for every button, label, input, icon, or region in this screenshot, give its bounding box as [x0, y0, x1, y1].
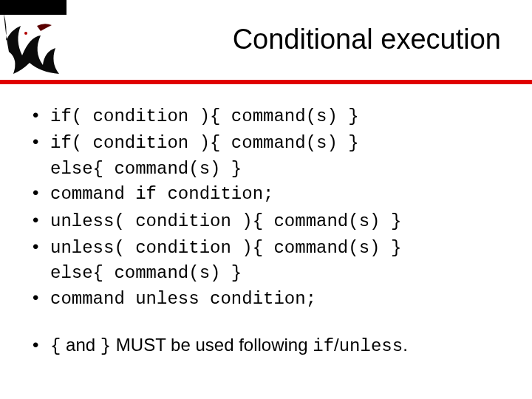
brace-close: }: [100, 336, 111, 356]
code-text: if( condition ){ command(s) }: [50, 106, 359, 126]
bullet-item: if( condition ){ command(s) }: [31, 130, 501, 155]
code-text: if( condition ){ command(s) }: [50, 133, 359, 153]
code-text: unless( condition ){ command(s) }: [50, 238, 401, 258]
slide: Conditional execution if( condition ){ c…: [0, 0, 532, 399]
svg-rect-0: [0, 0, 66, 15]
bullet-item-footnote: { and } MUST be used following if/unless…: [31, 333, 501, 358]
divider-bar: [0, 80, 532, 84]
bullet-list: command if condition; unless( condition …: [31, 181, 501, 260]
bullet-item: command if condition;: [31, 181, 501, 206]
bullet-list: if( condition ){ command(s) } if( condit…: [31, 103, 501, 156]
if-keyword: if: [313, 336, 334, 356]
slide-title: Conditional execution: [233, 24, 501, 55]
footnote-text: MUST be used following: [111, 335, 313, 355]
bullet-list: command unless condition;: [31, 286, 501, 311]
footnote-text: and: [61, 335, 100, 355]
code-text: command if condition;: [50, 184, 273, 204]
unless-keyword: unless: [339, 336, 403, 356]
slide-content: if( condition ){ command(s) } if( condit…: [31, 103, 501, 361]
code-text-continuation: else{ command(s) }: [31, 157, 501, 181]
bullet-item: unless( condition ){ command(s) }: [31, 208, 501, 233]
dragon-logo: [0, 0, 66, 78]
brace-open: {: [50, 336, 61, 356]
svg-point-1: [24, 32, 27, 35]
period: .: [403, 335, 408, 355]
slash: /: [334, 335, 339, 355]
bullet-list: { and } MUST be used following if/unless…: [31, 333, 501, 358]
spacer: [31, 313, 501, 333]
bullet-item: unless( condition ){ command(s) }: [31, 235, 501, 260]
code-text: unless( condition ){ command(s) }: [50, 211, 401, 231]
slide-header: Conditional execution: [0, 0, 532, 81]
code-text: command unless condition;: [50, 289, 316, 309]
bullet-item: if( condition ){ command(s) }: [31, 103, 501, 129]
code-text-continuation: else{ command(s) }: [31, 262, 501, 285]
bullet-item: command unless condition;: [31, 286, 501, 311]
